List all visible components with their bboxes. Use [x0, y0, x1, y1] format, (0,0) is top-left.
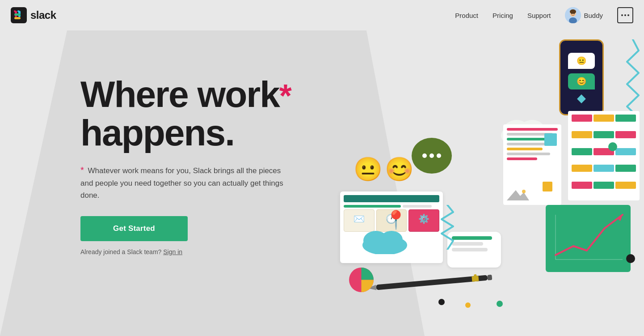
svg-rect-3 — [14, 13, 21, 16]
logo-link[interactable]: slack — [11, 7, 56, 23]
chart-cell — [615, 165, 636, 172]
doc-line — [507, 138, 547, 140]
doc-line — [507, 128, 558, 131]
chart-cell — [615, 131, 636, 138]
doc-line — [507, 157, 537, 160]
chart-cell — [615, 148, 636, 155]
user-menu[interactable]: Buddy — [565, 7, 603, 23]
bubble-dot — [437, 153, 441, 158]
pie-chart-icon — [349, 268, 371, 290]
pen-illustration — [367, 271, 492, 291]
nav-link-support[interactable]: Support — [527, 12, 551, 19]
more-menu-button[interactable] — [617, 7, 633, 23]
chart-arrow-panel — [546, 205, 631, 272]
phone-bubble-neutral: 😐 — [568, 53, 595, 69]
dot-dark-2 — [626, 254, 635, 263]
phone-bubble-happy: 😊 — [568, 73, 595, 89]
nav-link-product[interactable]: Product — [455, 12, 478, 19]
phone-diamond-icon — [577, 94, 586, 103]
green-speech-bubble — [412, 138, 452, 174]
bubble-dot — [422, 153, 427, 158]
desktop-cell-gear: ⚙️ — [408, 209, 439, 232]
hero-content: Where work* happens. * Whatever work mea… — [80, 75, 295, 255]
desktop-header-bar — [344, 195, 439, 202]
pie-svg — [349, 268, 374, 292]
phone-screen: 😐 😊 — [560, 41, 602, 114]
hero-signin-prefix: Already joined a Slack team? — [80, 248, 161, 255]
slack-logo-icon — [11, 7, 27, 23]
chart-cell — [572, 148, 592, 155]
bubble-line — [452, 236, 492, 240]
bubble-dot — [429, 153, 434, 158]
more-dot-2 — [624, 14, 626, 16]
svg-point-11 — [571, 13, 572, 14]
dot-yellow — [465, 302, 471, 308]
desktop-status-bar-2 — [403, 205, 431, 208]
doc-line — [507, 153, 550, 155]
svg-rect-36 — [376, 275, 488, 290]
growth-chart-icon — [551, 210, 627, 268]
hero-illustration: 😐 😊 — [340, 30, 644, 336]
logo-wordmark: slack — [30, 9, 56, 21]
svg-point-35 — [380, 231, 403, 249]
nav-link-pricing[interactable]: Pricing — [492, 12, 513, 19]
svg-point-5 — [14, 10, 16, 12]
sticky-note — [544, 133, 557, 146]
phone-illustration: 😐 😊 — [559, 39, 604, 115]
hero-title-asterisk: * — [279, 78, 291, 114]
svg-point-12 — [574, 13, 575, 14]
svg-rect-4 — [14, 17, 21, 19]
emoji-happy: 😊 — [385, 156, 414, 183]
chart-cell — [572, 182, 592, 189]
bubble-line — [452, 248, 488, 251]
chart-panel — [568, 111, 640, 200]
chart-cell — [593, 182, 614, 189]
sign-in-link[interactable]: Sign in — [163, 248, 182, 255]
svg-rect-40 — [487, 275, 492, 281]
svg-point-29 — [522, 190, 526, 193]
white-speech-bubble — [447, 232, 501, 268]
user-name-label: Buddy — [584, 12, 603, 19]
svg-point-9 — [570, 9, 576, 14]
hero-section: Where work* happens. * Whatever work mea… — [0, 30, 644, 336]
hero-signin: Already joined a Slack team? Sign in — [80, 248, 295, 255]
hero-title: Where work* happens. — [80, 75, 295, 152]
chart-cell — [572, 165, 592, 172]
bubble-line — [452, 242, 483, 246]
svg-marker-28 — [507, 190, 529, 200]
dot-green-2 — [608, 142, 617, 151]
sticky-note-2 — [543, 182, 552, 191]
zigzag-chart-icon — [441, 205, 454, 250]
navigation: slack Product Pricing Support — [0, 0, 644, 30]
chart-cell — [593, 115, 614, 122]
avatar-icon — [565, 7, 581, 23]
avatar — [565, 7, 581, 23]
doc-line — [507, 148, 543, 150]
chart-cell — [572, 115, 592, 122]
nav-right: Product Pricing Support — [455, 7, 633, 23]
get-started-button[interactable]: Get Started — [80, 216, 188, 241]
more-dot-3 — [627, 14, 629, 16]
desktop-status-bar — [344, 205, 401, 208]
chart-cell — [615, 182, 636, 189]
more-dot-1 — [621, 14, 623, 16]
chart-cell — [593, 131, 614, 138]
hero-subtitle-asterisk: * — [80, 165, 84, 175]
location-pin-icon: 📍 — [385, 209, 407, 230]
dot-dark — [438, 299, 445, 305]
hero-subtitle-text: Whatever work means for you, Slack bring… — [80, 166, 283, 200]
hero-title-line1: Where work — [80, 74, 279, 115]
chart-cell — [593, 165, 614, 172]
chart-cell — [572, 131, 592, 138]
emoji-neutral: 😐 — [354, 156, 383, 183]
chart-cell — [615, 115, 636, 122]
svg-point-6 — [17, 10, 19, 12]
pen-icon — [367, 270, 501, 294]
dot-green — [497, 301, 503, 307]
mountain-icon — [507, 188, 529, 200]
hero-title-line2: happens. — [80, 112, 234, 153]
hero-subtitle: * Whatever work means for you, Slack bri… — [80, 163, 295, 201]
doc-panel — [503, 124, 561, 205]
